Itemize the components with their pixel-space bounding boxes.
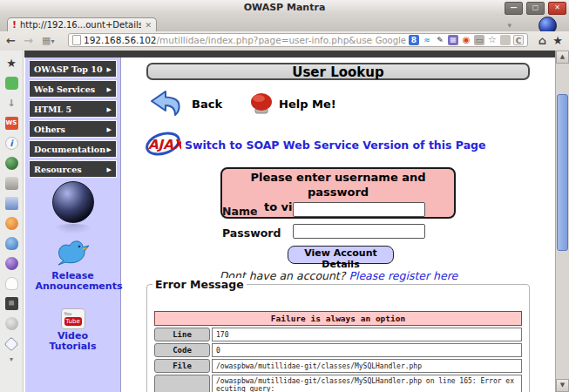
navigation-toolbar: ← → ▦▾ 192.168.56.102/mutillidae/index.p… — [0, 31, 569, 51]
target-ext-icon[interactable]: ◉ — [461, 35, 471, 45]
sidebar-item-others[interactable]: Others ▶ — [29, 120, 117, 138]
grid-ext-icon[interactable]: ▦ — [448, 35, 458, 45]
sidebar-item-web-services[interactable]: Web Services ▶ — [29, 80, 117, 98]
password-input[interactable] — [293, 224, 425, 239]
home-icon[interactable]: ⌂ — [539, 34, 546, 47]
video-tutorials-link[interactable]: Video Tutorials — [36, 331, 111, 351]
view-account-details-button[interactable]: View Account Details — [288, 246, 394, 264]
help-link[interactable]: Help Me! — [279, 98, 336, 111]
sidebar-item-resources[interactable]: Resources ▶ — [29, 160, 117, 178]
table-row: Code 0 — [154, 343, 522, 357]
menu-label: OWASP Top 10 — [34, 64, 103, 74]
favorites-icon[interactable]: ★ — [5, 57, 18, 70]
error-table: Failure is always an option Line 170 Cod… — [152, 309, 524, 392]
youtube-you-text: You — [64, 311, 72, 316]
search-engine-label: Google — [376, 36, 406, 45]
menu-label: HTML 5 — [34, 105, 71, 114]
twitter-bird-icon[interactable] — [54, 238, 92, 269]
site-top-band — [24, 51, 555, 57]
flag-tool-icon[interactable] — [5, 197, 18, 210]
browser-tab[interactable]: ! http://192.16...ount+Details ✕ — [7, 17, 157, 31]
seahorse-tool-icon[interactable] — [5, 237, 18, 250]
browser-window: OWASP Mantra — ▢ ✕ ! http://192.16...oun… — [0, 0, 569, 392]
info-bubble-icon[interactable]: i — [5, 137, 18, 150]
sidebar-item-owasp-top-10[interactable]: OWASP Top 10 ▶ — [29, 60, 117, 78]
car-tool-icon[interactable] — [5, 177, 18, 190]
scrollbar-thumb[interactable] — [557, 94, 568, 251]
wave-ext-icon[interactable]: ≈ — [422, 35, 432, 45]
sidebar-item-html5[interactable]: HTML 5 ▶ — [29, 100, 117, 118]
menu-label: Documentation — [34, 145, 105, 154]
error-message-legend: Error Message — [152, 278, 247, 291]
tab-title: http://192.16...ount+Details — [20, 20, 141, 30]
green-globe-icon[interactable] — [5, 157, 18, 170]
help-button-icon[interactable] — [249, 91, 274, 120]
more-tools-chevron-icon[interactable]: ▾ — [5, 356, 18, 363]
download-icon[interactable]: ↓ — [5, 97, 18, 110]
url-bar[interactable]: 192.168.56.102/mutillidae/index.php?page… — [68, 33, 528, 47]
back-arrow-icon[interactable] — [148, 89, 183, 122]
webservice-icon[interactable]: WS — [5, 117, 18, 130]
balloon-tool-icon[interactable] — [5, 317, 18, 330]
truck-ext-icon[interactable]: ▭ — [474, 35, 484, 45]
minimize-button[interactable]: — — [505, 2, 523, 15]
bookmarks-icon[interactable]: ★ — [552, 34, 563, 47]
site-globe-logo — [52, 181, 94, 223]
main-area: User Lookup Back Help Me! AJAX — [122, 57, 555, 392]
error-row-label — [154, 375, 210, 392]
addon-icon[interactable] — [5, 77, 18, 90]
title-bar: OWASP Mantra — ▢ ✕ — [0, 0, 569, 17]
keyboard-tool-icon[interactable]: ▤ — [5, 297, 18, 310]
tab-strip: ! http://192.16...ount+Details ✕ ▾ — [0, 16, 569, 31]
speed-dial-icon[interactable]: ▦▾ — [42, 35, 54, 46]
register-link[interactable]: Please register here — [349, 269, 457, 282]
error-message-fieldset: Error Message Failure is always an optio… — [146, 284, 530, 392]
tab-list-chevron-icon[interactable]: ▾ — [507, 21, 511, 30]
url-host: 192.168.56.102 — [84, 35, 157, 45]
youtube-tube-badge: Tube — [64, 317, 82, 326]
scroll-down-icon[interactable]: ▼ — [556, 379, 569, 392]
ghost-tool-icon[interactable] — [5, 277, 18, 290]
page-icon — [72, 35, 81, 45]
error-row-label: Line — [154, 328, 210, 341]
reload-icon[interactable]: C — [513, 35, 524, 45]
table-row: /owaspbwa/mutillidae-git/classes/MySQLHa… — [154, 375, 522, 392]
table-row: File /owaspbwa/mutillidae-git/classes/My… — [154, 359, 522, 373]
tab-alert-icon: ! — [12, 19, 17, 30]
table-row: Failure is always an option — [154, 311, 522, 326]
error-row-label: File — [154, 359, 210, 373]
url-text[interactable]: 192.168.56.102/mutillidae/index.php?page… — [84, 35, 373, 45]
youtube-icon[interactable]: You Tube — [61, 308, 85, 329]
face-tool-icon[interactable] — [5, 217, 18, 230]
mantra-tool-strip: ★ ↓ WS i ▤ ▾ — [0, 51, 24, 392]
vertical-scrollbar[interactable]: ▲ ▼ — [555, 51, 569, 392]
page-content: ★ ↓ WS i ▤ ▾ OWASP Top 10 ▶ Web S — [0, 51, 569, 392]
name-input[interactable] — [293, 202, 425, 217]
password-label: Password — [222, 226, 281, 240]
delicious-ext-icon[interactable]: 8 — [409, 35, 419, 45]
page-title: User Lookup — [146, 63, 530, 80]
notice-line-1: Please enter username and password — [222, 171, 454, 200]
submenu-arrow-icon: ▶ — [107, 125, 112, 133]
close-button[interactable]: ✕ — [548, 2, 566, 15]
tab-close-icon[interactable]: ✕ — [145, 21, 152, 30]
forward-nav-icon[interactable]: → — [24, 34, 33, 47]
sidebar-item-documentation[interactable]: Documentation ▶ — [29, 140, 117, 158]
submenu-arrow-icon: ▶ — [107, 166, 112, 173]
caret-glyph: ▾ — [51, 37, 54, 45]
soap-version-link[interactable]: Switch to SOAP Web Service Version of th… — [185, 139, 486, 152]
window-controls: — ▢ ✕ — [505, 2, 566, 15]
window-title: OWASP Mantra — [0, 2, 569, 13]
purple-orb-icon[interactable] — [5, 257, 18, 270]
pen-ext-icon[interactable]: ✎ — [435, 35, 445, 45]
scroll-up-icon[interactable]: ▲ — [556, 51, 569, 64]
square-ext-icon[interactable] — [500, 35, 511, 45]
bookmark-star-outline-icon[interactable]: ☆ — [487, 35, 498, 45]
back-nav-icon[interactable]: ← — [6, 34, 16, 47]
release-announcements-link[interactable]: Release Announcements — [36, 271, 111, 291]
svg-text:AJAX: AJAX — [148, 137, 181, 152]
cube-tool-icon[interactable] — [4, 337, 19, 352]
maximize-button[interactable]: ▢ — [526, 2, 545, 15]
submenu-arrow-icon: ▶ — [107, 145, 112, 153]
back-link[interactable]: Back — [192, 98, 222, 111]
